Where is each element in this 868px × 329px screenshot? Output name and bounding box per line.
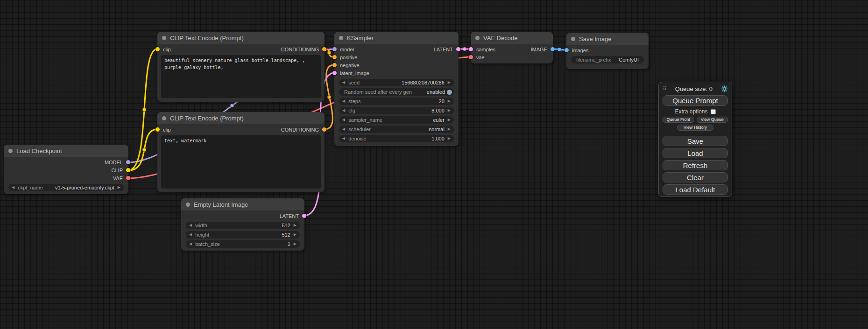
node-ksampler[interactable]: KSampler model LATENT positive negative …: [334, 32, 459, 146]
widget-value[interactable]: 512: [282, 223, 290, 228]
node-title-bar[interactable]: Empty Latent Image: [181, 198, 304, 210]
node-vae-decode[interactable]: VAE Decode samples IMAGE vae: [471, 32, 553, 63]
latent-image-input-port[interactable]: [332, 71, 337, 75]
widget-value[interactable]: euler: [433, 117, 444, 123]
drag-handle-icon[interactable]: ⠿: [663, 86, 667, 91]
widget-scheduler[interactable]: ◀ scheduler normal ▶: [339, 126, 454, 133]
widget-denoise[interactable]: ◀ denoise 1.000 ▶: [339, 135, 454, 142]
node-title-bar[interactable]: VAE Decode: [471, 32, 553, 44]
image-output-port[interactable]: [550, 47, 555, 51]
widget-random-seed-toggle[interactable]: Random seed after every gen enabled: [339, 88, 454, 96]
conditioning-output-port[interactable]: [322, 127, 326, 132]
positive-input-port[interactable]: [332, 55, 337, 59]
node-empty-latent-image[interactable]: Empty Latent Image LATENT ◀ width 512 ▶ …: [181, 198, 304, 251]
node-clip-text-encode-positive[interactable]: CLIP Text Encode (Prompt) clip CONDITION…: [157, 32, 325, 102]
vae-output-port[interactable]: [126, 176, 130, 180]
increment-arrow-icon[interactable]: ▶: [118, 186, 120, 189]
output-label: LATENT: [280, 213, 299, 219]
widget-ckpt-name[interactable]: ◀ ckpt_name v1-5-pruned-emaonly.ckpt ▶: [8, 184, 124, 191]
widget-value[interactable]: normal: [429, 126, 445, 132]
widget-value[interactable]: 20: [439, 98, 445, 104]
model-output-port[interactable]: [126, 160, 130, 164]
widget-value[interactable]: v1-5-pruned-emaonly.ckpt: [55, 185, 114, 190]
decrement-arrow-icon[interactable]: ◀: [342, 81, 345, 84]
save-button[interactable]: Save: [663, 136, 728, 146]
latent-output-port[interactable]: [302, 214, 306, 218]
widget-height[interactable]: ◀ height 512 ▶: [186, 231, 300, 238]
images-input-port[interactable]: [565, 48, 569, 52]
widget-sampler-name[interactable]: ◀ sampler_name euler ▶: [339, 116, 454, 124]
decrement-arrow-icon[interactable]: ◀: [342, 137, 345, 140]
decrement-arrow-icon[interactable]: ◀: [342, 109, 345, 112]
decrement-arrow-icon[interactable]: ◀: [189, 224, 192, 227]
node-clip-text-encode-negative[interactable]: CLIP Text Encode (Prompt) clip CONDITION…: [157, 112, 325, 192]
node-title-bar[interactable]: Save Image: [566, 33, 649, 45]
collapse-dot-icon[interactable]: [186, 203, 190, 207]
node-graph-canvas[interactable]: Load Checkpoint MODEL CLIP VAE ◀ ckpt_na…: [0, 0, 868, 329]
collapse-dot-icon[interactable]: [162, 36, 166, 40]
collapse-dot-icon[interactable]: [571, 37, 575, 41]
widget-value[interactable]: 8.000: [431, 108, 445, 113]
increment-arrow-icon[interactable]: ▶: [448, 81, 451, 84]
decrement-arrow-icon[interactable]: ◀: [189, 233, 192, 237]
refresh-button[interactable]: Refresh: [663, 160, 728, 170]
latent-output-port[interactable]: [456, 47, 460, 51]
increment-arrow-icon[interactable]: ▶: [448, 109, 451, 112]
decrement-arrow-icon[interactable]: ◀: [189, 242, 192, 246]
clip-input-port[interactable]: [155, 127, 160, 132]
vae-input-port[interactable]: [469, 55, 473, 59]
collapse-dot-icon[interactable]: [339, 36, 343, 40]
queue-prompt-button[interactable]: Queue Prompt: [663, 95, 728, 106]
increment-arrow-icon[interactable]: ▶: [294, 224, 296, 227]
decrement-arrow-icon[interactable]: ◀: [342, 118, 345, 122]
view-history-button[interactable]: View History: [677, 125, 713, 131]
collapse-dot-icon[interactable]: [475, 36, 480, 40]
increment-arrow-icon[interactable]: ▶: [294, 242, 296, 246]
decrement-arrow-icon[interactable]: ◀: [342, 99, 345, 103]
increment-arrow-icon[interactable]: ▶: [448, 127, 451, 131]
node-title-bar[interactable]: KSampler: [334, 32, 459, 44]
prompt-textarea[interactable]: beautiful scenery nature glass bottle la…: [161, 55, 321, 98]
widget-filename-prefix[interactable]: filename_prefix ComfyUI: [571, 56, 644, 63]
node-title-bar[interactable]: CLIP Text Encode (Prompt): [157, 112, 325, 124]
conditioning-output-port[interactable]: [322, 47, 326, 51]
clip-input-port[interactable]: [155, 47, 160, 51]
extra-options-checkbox[interactable]: [711, 109, 716, 114]
decrement-arrow-icon[interactable]: ◀: [342, 127, 345, 131]
view-queue-button[interactable]: View Queue: [697, 117, 728, 123]
collapse-dot-icon[interactable]: [8, 149, 13, 153]
load-button[interactable]: Load: [663, 148, 728, 158]
model-input-port[interactable]: [332, 47, 337, 51]
node-title-bar[interactable]: Load Checkpoint: [4, 145, 128, 157]
widget-batch-size[interactable]: ◀ batch_size 1 ▶: [186, 240, 300, 248]
toggle-icon[interactable]: [447, 90, 452, 95]
samples-input-port[interactable]: [469, 47, 473, 51]
increment-arrow-icon[interactable]: ▶: [448, 118, 451, 122]
widget-value[interactable]: 512: [282, 232, 290, 238]
widget-width[interactable]: ◀ width 512 ▶: [186, 222, 300, 229]
widget-value[interactable]: enabled: [427, 89, 445, 95]
negative-input-port[interactable]: [332, 63, 337, 67]
widget-steps[interactable]: ◀ steps 20 ▶: [339, 98, 454, 105]
node-save-image[interactable]: Save Image images filename_prefix ComfyU…: [566, 33, 649, 69]
increment-arrow-icon[interactable]: ▶: [294, 233, 296, 237]
settings-gear-icon[interactable]: [721, 85, 728, 92]
load-default-button[interactable]: Load Default: [663, 184, 728, 195]
collapse-dot-icon[interactable]: [162, 116, 166, 120]
node-load-checkpoint[interactable]: Load Checkpoint MODEL CLIP VAE ◀ ckpt_na…: [4, 145, 128, 194]
prompt-textarea[interactable]: text, watermark: [161, 135, 321, 189]
clear-button[interactable]: Clear: [663, 172, 728, 182]
queue-front-button[interactable]: Queue Front: [663, 117, 694, 123]
widget-cfg[interactable]: ◀ cfg 8.000 ▶: [339, 107, 454, 114]
widget-value[interactable]: 1: [288, 241, 290, 247]
link-midpoint-dot: [142, 148, 146, 152]
widget-value[interactable]: 156680208700286: [402, 80, 445, 85]
increment-arrow-icon[interactable]: ▶: [448, 137, 451, 140]
widget-seed[interactable]: ◀ seed 156680208700286 ▶: [339, 79, 454, 86]
increment-arrow-icon[interactable]: ▶: [448, 99, 451, 103]
widget-value[interactable]: 1.000: [431, 136, 445, 141]
clip-output-port[interactable]: [126, 168, 130, 172]
decrement-arrow-icon[interactable]: ◀: [12, 186, 14, 189]
node-title-bar[interactable]: CLIP Text Encode (Prompt): [157, 32, 325, 44]
widget-value[interactable]: ComfyUI: [619, 57, 639, 63]
